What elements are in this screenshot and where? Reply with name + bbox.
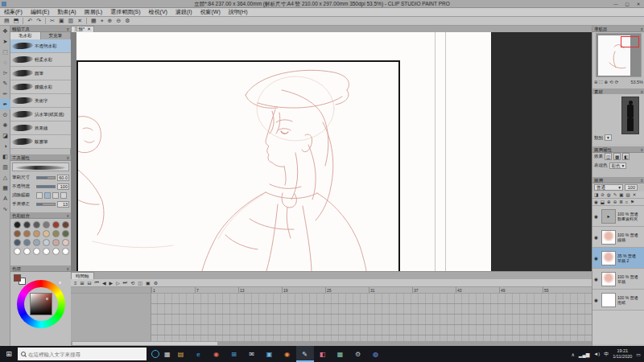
- panel-menu-icon[interactable]: ≡: [67, 154, 69, 160]
- edge-icon[interactable]: e: [190, 346, 208, 362]
- new-icon[interactable]: ▤: [4, 17, 10, 25]
- panel-menu-icon[interactable]: ≡: [641, 146, 643, 152]
- store-icon[interactable]: ⊞: [225, 346, 243, 362]
- firefox-icon[interactable]: ◉: [279, 346, 296, 362]
- mail-icon[interactable]: ✉: [243, 346, 261, 362]
- delete-timeline-icon[interactable]: ⊟: [88, 280, 92, 286]
- anti-aliasing-medium-button[interactable]: [52, 192, 59, 199]
- layer-visibility-icon[interactable]: ◉: [594, 235, 600, 240]
- menu-file[interactable]: 檔案(F): [0, 8, 27, 16]
- layer-row[interactable]: ◉ ▸ 100 % 普通 動畫資料夾: [592, 206, 644, 227]
- zoom-out-icon[interactable]: ⊖: [594, 80, 598, 84]
- layer-row[interactable]: ◉ 100 % 普通 用紙: [592, 290, 644, 311]
- new-folder-icon[interactable]: ▤: [625, 192, 630, 197]
- copy-icon[interactable]: ▣: [59, 17, 64, 25]
- color-swatch[interactable]: [62, 239, 69, 246]
- chrome-icon[interactable]: ◉: [208, 346, 225, 362]
- operate-tool-icon[interactable]: ➤: [0, 36, 10, 47]
- delete-layer-icon[interactable]: ✕: [633, 192, 637, 197]
- add-mask-icon[interactable]: ⊕: [607, 200, 611, 204]
- panel-menu-icon[interactable]: ≡: [67, 265, 69, 271]
- color-swatch[interactable]: [23, 221, 31, 228]
- document-tab[interactable]: 立體* ✕: [71, 26, 94, 32]
- photos-icon[interactable]: ▣: [261, 346, 279, 362]
- menu-help[interactable]: 說明(H): [225, 8, 252, 16]
- minimize-button[interactable]: —: [610, 0, 621, 8]
- document-tab-close-icon[interactable]: ✕: [87, 27, 91, 32]
- prev-frame-icon[interactable]: ◀: [102, 280, 106, 286]
- pencil-tool-icon[interactable]: ✏: [0, 88, 10, 99]
- grid-icon[interactable]: ▦: [91, 17, 97, 25]
- file-explorer-icon[interactable]: ▤: [172, 346, 190, 362]
- gradient-tool-icon[interactable]: ▥: [0, 162, 10, 172]
- save-icon[interactable]: ⬒: [14, 17, 19, 25]
- start-button[interactable]: ⊞: [0, 350, 18, 358]
- clip-at-layer-below-icon[interactable]: ◨: [594, 192, 598, 197]
- eraser-tool-icon[interactable]: ◪: [0, 130, 10, 141]
- color-swatch[interactable]: [23, 230, 31, 237]
- close-button[interactable]: ✕: [633, 0, 644, 8]
- color-swatch[interactable]: [43, 230, 50, 237]
- move-tool-icon[interactable]: ✥: [0, 26, 10, 36]
- brush-item[interactable]: 沾水筆(紙質感): [10, 108, 71, 121]
- sub-tool-tab-watercolor[interactable]: 毛水彩: [10, 32, 41, 39]
- sub-tool-tab-pen[interactable]: 安克筆: [41, 32, 72, 39]
- taskbar-search-input[interactable]: [28, 352, 141, 357]
- settings-icon[interactable]: ⚙: [125, 17, 130, 25]
- color-swatch[interactable]: [62, 221, 69, 228]
- grid-view-icon[interactable]: ⌗: [625, 200, 628, 205]
- layer-row[interactable]: ◉ 35 % 普通 草稿 2: [592, 248, 644, 269]
- last-frame-icon[interactable]: ⏭: [123, 280, 127, 286]
- remove-mask-icon[interactable]: ⊖: [613, 200, 617, 204]
- panel-menu-icon[interactable]: ≡: [641, 177, 643, 183]
- brush-tool-icon[interactable]: ✒: [0, 99, 10, 109]
- panel-menu-icon[interactable]: ≡: [67, 26, 69, 31]
- brush-size-value[interactable]: 60.0: [57, 175, 69, 181]
- next-frame-icon[interactable]: ▷: [116, 280, 120, 286]
- figure-material-thumbnail[interactable]: [621, 97, 639, 134]
- blend-tool-icon[interactable]: ◑: [0, 141, 10, 151]
- ruler-mask-icon[interactable]: ⬓: [601, 200, 605, 204]
- redo-icon[interactable]: ↷: [36, 17, 41, 25]
- action-center-icon[interactable]: ▭: [636, 352, 641, 357]
- select-tool-icon[interactable]: ⬚: [0, 47, 10, 57]
- paste-icon[interactable]: ▥: [68, 17, 74, 25]
- color-swatch[interactable]: [23, 248, 31, 255]
- opacity-value[interactable]: 100: [57, 183, 69, 190]
- expression-color-dropdown[interactable]: 彩色▾: [609, 162, 627, 169]
- cortana-icon[interactable]: [151, 350, 159, 358]
- new-layer-icon[interactable]: ▣: [619, 192, 623, 197]
- brush-item[interactable]: 輕柔水彩: [10, 53, 71, 67]
- layer-row[interactable]: ◉ 100 % 普通 線稿: [592, 227, 644, 248]
- airbrush-tool-icon[interactable]: ⊙: [0, 109, 10, 120]
- undo-icon[interactable]: ↶: [27, 17, 32, 25]
- decoration-tool-icon[interactable]: ❋: [0, 120, 10, 130]
- timeline-track-area[interactable]: [71, 294, 592, 341]
- task-view-icon[interactable]: ▦: [164, 351, 171, 358]
- menu-animation[interactable]: 動畫(A): [53, 8, 80, 16]
- lasso-tool-icon[interactable]: ◌: [0, 57, 10, 68]
- menu-layer[interactable]: 圖層(L): [80, 8, 107, 16]
- pen-tool-icon[interactable]: ✎: [0, 78, 10, 88]
- zoom-in-icon[interactable]: ⊕: [604, 80, 608, 84]
- clip-studio-paint-icon[interactable]: ✎: [296, 346, 314, 362]
- material-category-dropdown[interactable]: ▾: [605, 134, 612, 141]
- color-swatch[interactable]: [43, 221, 50, 228]
- menu-edit[interactable]: 編輯(E): [27, 8, 53, 16]
- fit-screen-icon[interactable]: ⛶: [600, 80, 603, 85]
- layer-color-effect-icon[interactable]: ◧: [622, 153, 630, 160]
- brush-item[interactable]: 美術字: [10, 94, 71, 108]
- layer-visibility-icon[interactable]: ◉: [594, 256, 600, 261]
- edit-timeline-icon[interactable]: ⊞: [80, 280, 85, 286]
- visibility-icon[interactable]: ◉: [594, 200, 598, 204]
- layer-visibility-icon[interactable]: ◉: [594, 214, 600, 219]
- settings-app-icon[interactable]: ⚙: [349, 346, 367, 362]
- brush-item[interactable]: 圓筆: [10, 67, 71, 80]
- color-swatch[interactable]: [62, 230, 69, 237]
- correct-line-tool-icon[interactable]: ∿: [0, 204, 10, 214]
- first-frame-icon[interactable]: ⏮: [95, 280, 99, 286]
- layer-visibility-icon[interactable]: ◉: [594, 277, 600, 282]
- brush-item[interactable]: 皴擦筆: [10, 135, 71, 149]
- new-cel-icon[interactable]: ▣: [146, 280, 151, 286]
- timeline-scrollbar-thumb[interactable]: [72, 342, 217, 345]
